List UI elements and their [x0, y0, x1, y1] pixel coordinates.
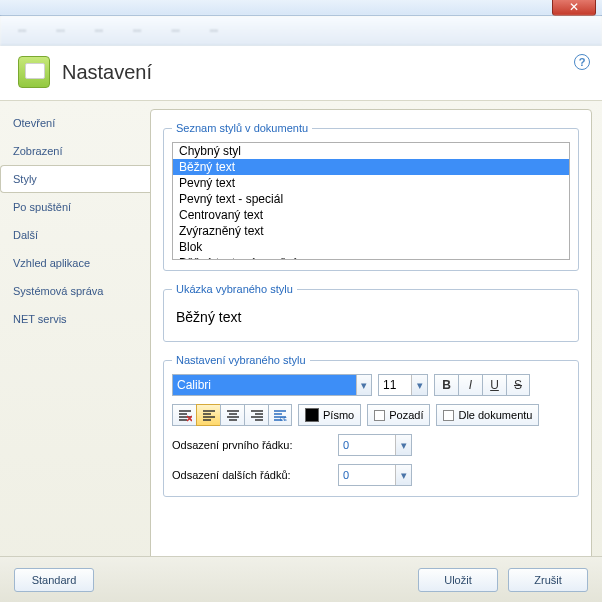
sidebar-item-po-spusteni[interactable]: Po spuštění: [0, 193, 151, 221]
background-toolbar: ··················: [0, 16, 602, 46]
style-settings-legend: Nastavení vybraného stylu: [172, 354, 310, 366]
underline-button[interactable]: U: [482, 374, 506, 396]
font-size-combo[interactable]: 11 ▾: [378, 374, 428, 396]
italic-button[interactable]: I: [458, 374, 482, 396]
window-titlebar: ✕: [0, 0, 602, 16]
align-group: DEF: [172, 404, 292, 426]
sidebar-item-net[interactable]: NET servis: [0, 305, 151, 333]
sidebar-item-systemova[interactable]: Systémová správa: [0, 277, 151, 305]
style-settings-fieldset: Nastavení vybraného stylu ▾ 11 ▾ B I U S: [163, 354, 579, 497]
styles-list-fieldset: Seznam stylů v dokumentu Chybný styl Běž…: [163, 122, 579, 271]
align-right-button[interactable]: [244, 404, 268, 426]
sidebar-item-dalsi[interactable]: Další: [0, 221, 151, 249]
font-name-combo[interactable]: ▾: [172, 374, 372, 396]
sidebar-item-styly[interactable]: Styly: [0, 165, 151, 193]
save-button[interactable]: Uložit: [418, 568, 498, 592]
style-row[interactable]: Běžný text zvýraznění: [173, 255, 569, 260]
dle-dokumentu-button[interactable]: Dle dokumentu: [436, 404, 539, 426]
font-size-value: 11: [379, 378, 411, 392]
indent-other-spinner[interactable]: 0 ▾: [338, 464, 412, 486]
chevron-down-icon[interactable]: ▾: [411, 375, 427, 395]
checkbox-icon: [374, 410, 385, 421]
style-row[interactable]: Zvýrazněný text: [173, 223, 569, 239]
bold-button[interactable]: B: [434, 374, 458, 396]
dialog-title: Nastavení: [62, 61, 152, 84]
style-row[interactable]: Centrovaný text: [173, 207, 569, 223]
font-style-group: B I U S: [434, 374, 530, 396]
align-default-button[interactable]: DEF: [268, 404, 292, 426]
cancel-button[interactable]: Zrušit: [508, 568, 588, 592]
align-center-button[interactable]: [220, 404, 244, 426]
standard-button[interactable]: Standard: [14, 568, 94, 592]
bg-color-label: Pozadí: [389, 409, 423, 421]
text-color-label: Písmo: [323, 409, 354, 421]
align-default-icon: DEF: [273, 408, 287, 422]
chevron-down-icon[interactable]: ▾: [395, 435, 411, 455]
settings-icon: [18, 56, 50, 88]
indent-first-label: Odsazení prvního řádku:: [172, 439, 332, 451]
sidebar-item-vzhled[interactable]: Vzhled aplikace: [0, 249, 151, 277]
style-row[interactable]: Běžný text: [173, 159, 569, 175]
styles-list-legend: Seznam stylů v dokumentu: [172, 122, 312, 134]
settings-content: Seznam stylů v dokumentu Chybný styl Běž…: [150, 109, 592, 583]
sidebar-item-otevreni[interactable]: Otevření: [0, 109, 151, 137]
style-row[interactable]: Pevný text: [173, 175, 569, 191]
svg-text:DEF: DEF: [280, 416, 287, 422]
align-center-icon: [226, 408, 240, 422]
strike-button[interactable]: S: [506, 374, 530, 396]
font-name-input[interactable]: [173, 375, 356, 395]
help-icon[interactable]: ?: [574, 54, 590, 70]
style-preview-fieldset: Ukázka vybraného stylu Běžný text: [163, 283, 579, 342]
style-row[interactable]: Chybný styl: [173, 143, 569, 159]
align-left-cancel-icon: [178, 408, 192, 422]
indent-other-value: 0: [339, 469, 395, 481]
align-right-icon: [250, 408, 264, 422]
align-left-button[interactable]: [196, 404, 220, 426]
dialog-header: Nastavení ?: [0, 46, 602, 101]
align-leftx-button[interactable]: [172, 404, 196, 426]
indent-first-spinner[interactable]: 0 ▾: [338, 434, 412, 456]
chevron-down-icon[interactable]: ▾: [356, 375, 371, 395]
indent-other-label: Odsazení dalších řádků:: [172, 469, 332, 481]
sidebar-item-zobrazeni[interactable]: Zobrazení: [0, 137, 151, 165]
chevron-down-icon[interactable]: ▾: [395, 465, 411, 485]
style-preview-legend: Ukázka vybraného stylu: [172, 283, 297, 295]
bg-color-button[interactable]: Pozadí: [367, 404, 430, 426]
settings-sidebar: Otevření Zobrazení Styly Po spuštění Dal…: [0, 101, 150, 591]
dle-dokumentu-label: Dle dokumentu: [458, 409, 532, 421]
indent-first-value: 0: [339, 439, 395, 451]
close-button[interactable]: ✕: [552, 0, 596, 16]
dialog-footer: Standard Uložit Zrušit: [0, 556, 602, 602]
color-swatch-icon: [305, 408, 319, 422]
text-color-button[interactable]: Písmo: [298, 404, 361, 426]
styles-listbox[interactable]: Chybný styl Běžný text Pevný text Pevný …: [172, 142, 570, 260]
style-preview-text: Běžný text: [172, 303, 570, 331]
align-left-icon: [202, 408, 216, 422]
checkbox-icon: [443, 410, 454, 421]
style-row[interactable]: Blok: [173, 239, 569, 255]
style-row[interactable]: Pevný text - speciál: [173, 191, 569, 207]
